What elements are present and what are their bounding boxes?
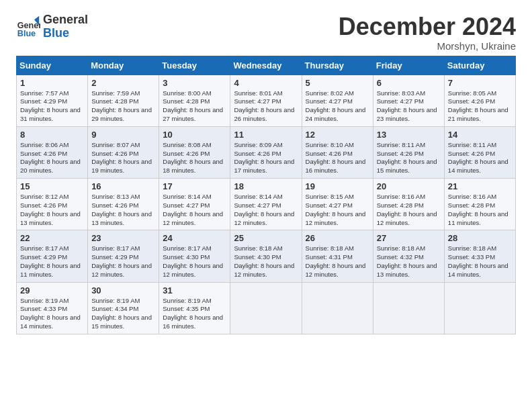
day-number: 10 [163, 130, 226, 140]
day-number: 5 [306, 78, 369, 88]
sunrise-label: Sunrise: 7:57 AM [20, 89, 69, 97]
sunset-label: Sunset: 4:30 PM [234, 253, 281, 261]
day-info: Sunrise: 7:59 AM Sunset: 4:28 PM Dayligh… [91, 89, 155, 124]
sunrise-label: Sunrise: 8:12 AM [20, 193, 69, 200]
sunrise-label: Sunrise: 8:15 AM [306, 193, 354, 200]
day-number: 22 [20, 233, 84, 243]
calendar-day-cell: 22 Sunrise: 8:17 AM Sunset: 4:29 PM Dayl… [17, 230, 88, 282]
calendar-week-row: 1 Sunrise: 7:57 AM Sunset: 4:29 PM Dayli… [17, 75, 516, 126]
calendar-header-cell: Saturday [444, 56, 515, 75]
month-title: December 2024 [339, 13, 516, 40]
sunset-label: Sunset: 4:28 PM [377, 201, 424, 209]
daylight-label: Daylight: 8 hours and 12 minutes. [163, 262, 223, 278]
daylight-label: Daylight: 8 hours and 19 minutes. [91, 158, 152, 174]
sunset-label: Sunset: 4:27 PM [234, 97, 281, 105]
day-number: 17 [163, 181, 226, 191]
sunset-label: Sunset: 4:30 PM [163, 253, 210, 261]
logo-text: General Blue [43, 13, 88, 40]
day-info: Sunrise: 8:18 AM Sunset: 4:33 PM Dayligh… [448, 244, 512, 279]
sunset-label: Sunset: 4:26 PM [448, 150, 495, 157]
sunset-label: Sunset: 4:26 PM [306, 150, 353, 157]
sunset-label: Sunset: 4:27 PM [234, 201, 281, 209]
day-number: 9 [91, 130, 155, 140]
calendar-day-cell: 27 Sunrise: 8:18 AM Sunset: 4:32 PM Dayl… [373, 230, 444, 282]
sunrise-label: Sunrise: 8:11 AM [448, 141, 496, 148]
daylight-label: Daylight: 8 hours and 14 minutes. [448, 262, 508, 278]
day-info: Sunrise: 8:05 AM Sunset: 4:26 PM Dayligh… [448, 89, 512, 124]
day-info: Sunrise: 8:00 AM Sunset: 4:28 PM Dayligh… [163, 89, 226, 124]
daylight-label: Daylight: 8 hours and 13 minutes. [20, 210, 81, 226]
day-number: 7 [448, 78, 512, 88]
daylight-label: Daylight: 8 hours and 15 minutes. [91, 314, 152, 330]
sunset-label: Sunset: 4:32 PM [377, 253, 424, 261]
day-info: Sunrise: 8:13 AM Sunset: 4:26 PM Dayligh… [91, 193, 155, 227]
sunrise-label: Sunrise: 8:14 AM [163, 193, 211, 200]
sunrise-label: Sunrise: 8:10 AM [306, 141, 354, 148]
calendar-day-cell: 26 Sunrise: 8:18 AM Sunset: 4:31 PM Dayl… [302, 230, 373, 282]
day-number: 14 [448, 130, 512, 140]
calendar-day-cell: 16 Sunrise: 8:13 AM Sunset: 4:26 PM Dayl… [88, 179, 159, 230]
sunset-label: Sunset: 4:26 PM [448, 97, 495, 105]
sunrise-label: Sunrise: 8:17 AM [163, 244, 211, 252]
logo-general: General [43, 13, 88, 27]
day-number: 27 [377, 233, 441, 243]
sunrise-label: Sunrise: 8:18 AM [448, 244, 496, 252]
calendar-header-row: SundayMondayTuesdayWednesdayThursdayFrid… [17, 56, 516, 75]
sunrise-label: Sunrise: 8:17 AM [91, 244, 140, 252]
sunset-label: Sunset: 4:31 PM [306, 253, 353, 261]
sunrise-label: Sunrise: 8:18 AM [234, 244, 282, 252]
day-info: Sunrise: 8:15 AM Sunset: 4:27 PM Dayligh… [306, 193, 369, 227]
calendar-week-row: 29 Sunrise: 8:19 AM Sunset: 4:33 PM Dayl… [17, 282, 516, 334]
daylight-label: Daylight: 8 hours and 15 minutes. [377, 158, 437, 174]
logo-blue: Blue [43, 27, 88, 40]
sunrise-label: Sunrise: 8:19 AM [163, 297, 211, 304]
sunrise-label: Sunrise: 8:19 AM [20, 297, 69, 304]
day-number: 4 [234, 78, 298, 88]
day-info: Sunrise: 8:11 AM Sunset: 4:26 PM Dayligh… [377, 141, 441, 175]
day-info: Sunrise: 7:57 AM Sunset: 4:29 PM Dayligh… [20, 89, 84, 124]
sunset-label: Sunset: 4:26 PM [234, 150, 281, 157]
calendar-day-cell: 17 Sunrise: 8:14 AM Sunset: 4:27 PM Dayl… [159, 179, 230, 230]
day-number: 21 [448, 181, 512, 191]
logo: General Blue General Blue [16, 13, 88, 40]
day-info: Sunrise: 8:02 AM Sunset: 4:27 PM Dayligh… [306, 89, 369, 124]
day-number: 6 [377, 78, 441, 88]
day-number: 24 [163, 233, 226, 243]
day-number: 28 [448, 233, 512, 243]
daylight-label: Daylight: 8 hours and 13 minutes. [91, 210, 152, 226]
daylight-label: Daylight: 8 hours and 12 minutes. [377, 210, 437, 226]
daylight-label: Daylight: 8 hours and 17 minutes. [234, 158, 294, 174]
daylight-label: Daylight: 8 hours and 23 minutes. [377, 106, 437, 122]
calendar-day-cell [373, 282, 444, 334]
day-info: Sunrise: 8:14 AM Sunset: 4:27 PM Dayligh… [163, 193, 226, 227]
calendar-day-cell: 30 Sunrise: 8:19 AM Sunset: 4:34 PM Dayl… [88, 282, 159, 334]
day-info: Sunrise: 8:12 AM Sunset: 4:26 PM Dayligh… [20, 193, 84, 227]
day-info: Sunrise: 8:19 AM Sunset: 4:35 PM Dayligh… [163, 297, 226, 331]
daylight-label: Daylight: 8 hours and 14 minutes. [448, 158, 508, 174]
sunrise-label: Sunrise: 8:00 AM [163, 89, 211, 97]
sunset-label: Sunset: 4:26 PM [20, 150, 67, 157]
sunset-label: Sunset: 4:29 PM [91, 253, 138, 261]
day-number: 8 [20, 130, 84, 140]
calendar-day-cell [302, 282, 373, 334]
daylight-label: Daylight: 8 hours and 24 minutes. [306, 106, 366, 122]
day-info: Sunrise: 8:17 AM Sunset: 4:29 PM Dayligh… [20, 244, 84, 279]
calendar-day-cell: 3 Sunrise: 8:00 AM Sunset: 4:28 PM Dayli… [159, 75, 230, 126]
day-info: Sunrise: 8:06 AM Sunset: 4:26 PM Dayligh… [20, 141, 84, 175]
calendar-day-cell: 31 Sunrise: 8:19 AM Sunset: 4:35 PM Dayl… [159, 282, 230, 334]
sunrise-label: Sunrise: 8:08 AM [163, 141, 211, 148]
calendar-day-cell: 25 Sunrise: 8:18 AM Sunset: 4:30 PM Dayl… [230, 230, 302, 282]
calendar-day-cell: 4 Sunrise: 8:01 AM Sunset: 4:27 PM Dayli… [230, 75, 302, 126]
daylight-label: Daylight: 8 hours and 11 minutes. [20, 262, 81, 278]
sunrise-label: Sunrise: 8:19 AM [91, 297, 140, 304]
daylight-label: Daylight: 8 hours and 12 minutes. [306, 262, 366, 278]
daylight-label: Daylight: 8 hours and 14 minutes. [20, 314, 81, 330]
day-number: 18 [234, 181, 298, 191]
calendar-day-cell: 19 Sunrise: 8:15 AM Sunset: 4:27 PM Dayl… [302, 179, 373, 230]
sunrise-label: Sunrise: 8:06 AM [20, 141, 69, 148]
sunset-label: Sunset: 4:27 PM [377, 97, 424, 105]
daylight-label: Daylight: 8 hours and 16 minutes. [306, 158, 366, 174]
sunrise-label: Sunrise: 8:14 AM [234, 193, 282, 200]
sunrise-label: Sunrise: 8:18 AM [377, 244, 425, 252]
calendar-day-cell: 14 Sunrise: 8:11 AM Sunset: 4:26 PM Dayl… [444, 126, 515, 178]
